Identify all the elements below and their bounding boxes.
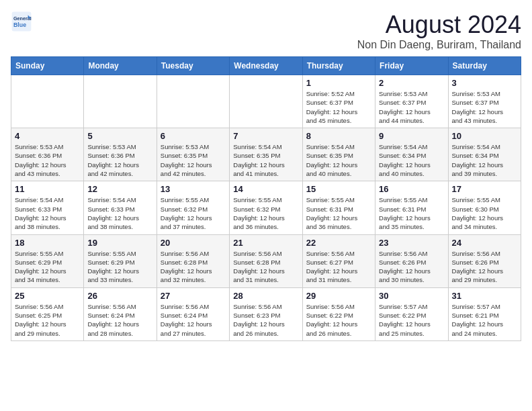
day-number: 7 [233, 131, 298, 141]
col-thursday: Thursday [302, 57, 375, 75]
table-row: 15Sunrise: 5:55 AM Sunset: 6:31 PM Dayli… [302, 181, 375, 234]
day-info: Sunrise: 5:55 AM Sunset: 6:32 PM Dayligh… [161, 195, 226, 231]
day-info: Sunrise: 5:56 AM Sunset: 6:22 PM Dayligh… [306, 302, 371, 338]
day-number: 27 [161, 291, 226, 301]
day-info: Sunrise: 5:53 AM Sunset: 6:37 PM Dayligh… [379, 89, 444, 125]
day-info: Sunrise: 5:56 AM Sunset: 6:26 PM Dayligh… [452, 249, 517, 285]
calendar-table: Sunday Monday Tuesday Wednesday Thursday… [11, 56, 521, 341]
day-number: 25 [15, 291, 80, 301]
col-monday: Monday [84, 57, 157, 75]
table-row: 9Sunrise: 5:54 AM Sunset: 6:34 PM Daylig… [375, 128, 448, 181]
table-row: 2Sunrise: 5:53 AM Sunset: 6:37 PM Daylig… [375, 75, 448, 128]
table-row: 8Sunrise: 5:54 AM Sunset: 6:35 PM Daylig… [302, 128, 375, 181]
day-number: 11 [15, 184, 80, 194]
table-row: 12Sunrise: 5:54 AM Sunset: 6:33 PM Dayli… [84, 181, 157, 234]
day-number: 4 [15, 131, 80, 141]
table-row: 16Sunrise: 5:55 AM Sunset: 6:31 PM Dayli… [375, 181, 448, 234]
col-friday: Friday [375, 57, 448, 75]
day-info: Sunrise: 5:53 AM Sunset: 6:36 PM Dayligh… [87, 142, 152, 178]
day-number: 29 [306, 291, 371, 301]
day-info: Sunrise: 5:56 AM Sunset: 6:24 PM Dayligh… [87, 302, 152, 338]
table-row: 24Sunrise: 5:56 AM Sunset: 6:26 PM Dayli… [448, 234, 521, 287]
day-number: 18 [15, 238, 80, 248]
table-row: 18Sunrise: 5:55 AM Sunset: 6:29 PM Dayli… [11, 234, 84, 287]
day-number: 13 [161, 184, 226, 194]
table-row: 10Sunrise: 5:54 AM Sunset: 6:34 PM Dayli… [448, 128, 521, 181]
day-number: 30 [379, 291, 444, 301]
table-row: 7Sunrise: 5:54 AM Sunset: 6:35 PM Daylig… [230, 128, 302, 181]
day-number: 3 [452, 78, 517, 88]
day-info: Sunrise: 5:55 AM Sunset: 6:31 PM Dayligh… [379, 195, 444, 231]
calendar-subtitle: Non Din Daeng, Buriram, Thailand [357, 39, 521, 51]
day-info: Sunrise: 5:54 AM Sunset: 6:34 PM Dayligh… [379, 142, 444, 178]
table-row: 21Sunrise: 5:56 AM Sunset: 6:28 PM Dayli… [230, 234, 302, 287]
table-row: 31Sunrise: 5:57 AM Sunset: 6:21 PM Dayli… [448, 287, 521, 340]
day-number: 10 [452, 131, 517, 141]
day-info: Sunrise: 5:55 AM Sunset: 6:31 PM Dayligh… [306, 195, 371, 231]
table-row: 22Sunrise: 5:56 AM Sunset: 6:27 PM Dayli… [302, 234, 375, 287]
table-row [84, 75, 157, 128]
day-number: 22 [306, 238, 371, 248]
table-row: 20Sunrise: 5:56 AM Sunset: 6:28 PM Dayli… [157, 234, 229, 287]
table-row: 19Sunrise: 5:55 AM Sunset: 6:29 PM Dayli… [84, 234, 157, 287]
table-row [230, 75, 302, 128]
day-number: 28 [233, 291, 298, 301]
table-row: 14Sunrise: 5:55 AM Sunset: 6:32 PM Dayli… [230, 181, 302, 234]
calendar-week-row: 4Sunrise: 5:53 AM Sunset: 6:36 PM Daylig… [11, 128, 521, 181]
day-info: Sunrise: 5:54 AM Sunset: 6:35 PM Dayligh… [233, 142, 298, 178]
day-info: Sunrise: 5:52 AM Sunset: 6:37 PM Dayligh… [306, 89, 371, 125]
day-number: 2 [379, 78, 444, 88]
table-row: 26Sunrise: 5:56 AM Sunset: 6:24 PM Dayli… [84, 287, 157, 340]
day-number: 1 [306, 78, 371, 88]
col-tuesday: Tuesday [157, 57, 229, 75]
day-info: Sunrise: 5:56 AM Sunset: 6:25 PM Dayligh… [15, 302, 80, 338]
day-info: Sunrise: 5:56 AM Sunset: 6:27 PM Dayligh… [306, 249, 371, 285]
day-info: Sunrise: 5:56 AM Sunset: 6:28 PM Dayligh… [233, 249, 298, 285]
table-row: 23Sunrise: 5:56 AM Sunset: 6:26 PM Dayli… [375, 234, 448, 287]
day-number: 15 [306, 184, 371, 194]
day-number: 17 [452, 184, 517, 194]
day-info: Sunrise: 5:56 AM Sunset: 6:26 PM Dayligh… [379, 249, 444, 285]
day-info: Sunrise: 5:54 AM Sunset: 6:33 PM Dayligh… [15, 195, 80, 231]
table-row: 28Sunrise: 5:56 AM Sunset: 6:23 PM Dayli… [230, 287, 302, 340]
day-number: 26 [87, 291, 152, 301]
table-row: 4Sunrise: 5:53 AM Sunset: 6:36 PM Daylig… [11, 128, 84, 181]
day-number: 31 [452, 291, 517, 301]
day-info: Sunrise: 5:53 AM Sunset: 6:36 PM Dayligh… [15, 142, 80, 178]
day-number: 5 [87, 131, 152, 141]
calendar-week-row: 1Sunrise: 5:52 AM Sunset: 6:37 PM Daylig… [11, 75, 521, 128]
table-row: 11Sunrise: 5:54 AM Sunset: 6:33 PM Dayli… [11, 181, 84, 234]
day-number: 8 [306, 131, 371, 141]
day-number: 20 [161, 238, 226, 248]
calendar-header-row: Sunday Monday Tuesday Wednesday Thursday… [11, 57, 521, 75]
day-number: 23 [379, 238, 444, 248]
table-row: 29Sunrise: 5:56 AM Sunset: 6:22 PM Dayli… [302, 287, 375, 340]
day-info: Sunrise: 5:57 AM Sunset: 6:22 PM Dayligh… [379, 302, 444, 338]
title-section: August 2024 Non Din Daeng, Buriram, Thai… [357, 11, 521, 51]
day-number: 21 [233, 238, 298, 248]
day-info: Sunrise: 5:54 AM Sunset: 6:35 PM Dayligh… [306, 142, 371, 178]
table-row: 5Sunrise: 5:53 AM Sunset: 6:36 PM Daylig… [84, 128, 157, 181]
table-row: 27Sunrise: 5:56 AM Sunset: 6:24 PM Dayli… [157, 287, 229, 340]
page-header: General Blue August 2024 Non Din Daeng, … [11, 11, 521, 51]
day-info: Sunrise: 5:55 AM Sunset: 6:29 PM Dayligh… [15, 249, 80, 285]
day-number: 14 [233, 184, 298, 194]
table-row [157, 75, 229, 128]
day-info: Sunrise: 5:54 AM Sunset: 6:33 PM Dayligh… [87, 195, 152, 231]
day-info: Sunrise: 5:56 AM Sunset: 6:28 PM Dayligh… [161, 249, 226, 285]
calendar-week-row: 25Sunrise: 5:56 AM Sunset: 6:25 PM Dayli… [11, 287, 521, 340]
day-number: 24 [452, 238, 517, 248]
day-info: Sunrise: 5:54 AM Sunset: 6:34 PM Dayligh… [452, 142, 517, 178]
day-info: Sunrise: 5:53 AM Sunset: 6:35 PM Dayligh… [161, 142, 226, 178]
table-row: 25Sunrise: 5:56 AM Sunset: 6:25 PM Dayli… [11, 287, 84, 340]
day-number: 12 [87, 184, 152, 194]
calendar-week-row: 18Sunrise: 5:55 AM Sunset: 6:29 PM Dayli… [11, 234, 521, 287]
table-row: 30Sunrise: 5:57 AM Sunset: 6:22 PM Dayli… [375, 287, 448, 340]
day-info: Sunrise: 5:55 AM Sunset: 6:29 PM Dayligh… [87, 249, 152, 285]
day-info: Sunrise: 5:57 AM Sunset: 6:21 PM Dayligh… [452, 302, 517, 338]
col-wednesday: Wednesday [230, 57, 302, 75]
day-info: Sunrise: 5:56 AM Sunset: 6:23 PM Dayligh… [233, 302, 298, 338]
svg-text:Blue: Blue [13, 21, 26, 28]
day-number: 6 [161, 131, 226, 141]
table-row: 17Sunrise: 5:55 AM Sunset: 6:30 PM Dayli… [448, 181, 521, 234]
